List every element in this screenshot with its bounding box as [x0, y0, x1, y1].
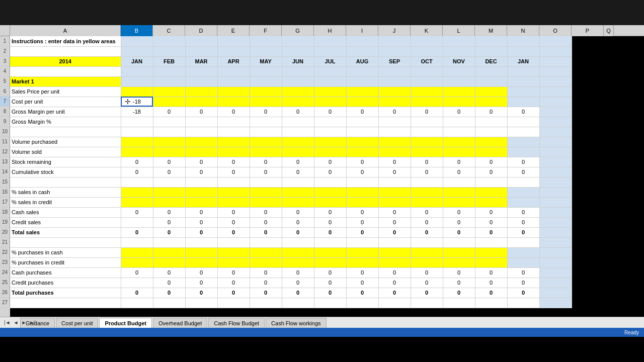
- cell-L2[interactable]: [443, 46, 475, 56]
- cell-F4[interactable]: [250, 66, 282, 76]
- cell-I2[interactable]: [346, 46, 378, 56]
- cell-H2[interactable]: [314, 46, 346, 56]
- col-header-A[interactable]: A: [10, 25, 121, 36]
- cell-G26[interactable]: 0: [282, 288, 314, 298]
- cell-H25[interactable]: 0: [314, 278, 346, 288]
- cell-C16[interactable]: [153, 187, 185, 197]
- cell-H19[interactable]: 0: [314, 217, 346, 227]
- cell-I7[interactable]: [346, 97, 378, 107]
- cell-I3[interactable]: AUG: [346, 56, 378, 66]
- cell-K1[interactable]: [411, 36, 443, 46]
- cell-B8[interactable]: -18: [121, 107, 153, 117]
- cell-C12[interactable]: [153, 147, 185, 157]
- cell-H7[interactable]: [314, 97, 346, 107]
- cell-C7[interactable]: [153, 97, 185, 107]
- cell-B1[interactable]: [121, 36, 153, 46]
- cell-N17[interactable]: [507, 197, 539, 207]
- cell-D6[interactable]: [185, 86, 217, 97]
- cell-M5[interactable]: [475, 76, 507, 86]
- cell-F24[interactable]: 0: [250, 267, 282, 278]
- cell-J16[interactable]: [378, 187, 411, 197]
- cell-M27[interactable]: [475, 298, 507, 308]
- cell-A23[interactable]: % purchases in credit: [10, 257, 121, 267]
- cell-H15[interactable]: [314, 177, 346, 187]
- cell-G15[interactable]: [282, 177, 314, 187]
- cell-E16[interactable]: [217, 187, 250, 197]
- cell-L9[interactable]: [443, 117, 475, 127]
- cell-O21[interactable]: [539, 237, 572, 247]
- cell-L22[interactable]: [443, 247, 475, 257]
- cell-I16[interactable]: [346, 187, 378, 197]
- cell-N7[interactable]: [507, 97, 539, 107]
- cell-F3[interactable]: MAY: [250, 56, 282, 66]
- cell-M15[interactable]: [475, 177, 507, 187]
- cell-J14[interactable]: 0: [378, 167, 411, 177]
- cell-K17[interactable]: [411, 197, 443, 207]
- cell-N1[interactable]: [507, 36, 539, 46]
- cell-I12[interactable]: [346, 147, 378, 157]
- cell-E2[interactable]: [217, 46, 250, 56]
- cell-I11[interactable]: [346, 137, 378, 147]
- cell-I26[interactable]: 0: [346, 288, 378, 298]
- cell-D23[interactable]: [185, 257, 217, 267]
- cell-J20[interactable]: 0: [378, 227, 411, 237]
- cell-C20[interactable]: 0: [153, 227, 185, 237]
- cell-I21[interactable]: [346, 237, 378, 247]
- cell-K15[interactable]: [411, 177, 443, 187]
- cell-M26[interactable]: 0: [475, 288, 507, 298]
- cell-E19[interactable]: 0: [217, 217, 250, 227]
- cell-D22[interactable]: [185, 247, 217, 257]
- cell-C1[interactable]: [153, 36, 185, 46]
- cell-K6[interactable]: [411, 86, 443, 97]
- cell-A4[interactable]: [10, 66, 121, 76]
- cell-K23[interactable]: [411, 257, 443, 267]
- cell-M14[interactable]: 0: [475, 167, 507, 177]
- cell-L25[interactable]: 0: [443, 278, 475, 288]
- cell-M12[interactable]: [475, 147, 507, 157]
- cell-A18[interactable]: Cash sales: [10, 207, 121, 217]
- cell-A6[interactable]: Sales Price per unit: [10, 86, 121, 97]
- cell-O12[interactable]: [539, 147, 572, 157]
- cell-M18[interactable]: 0: [475, 207, 507, 217]
- cell-I19[interactable]: 0: [346, 217, 378, 227]
- cell-F17[interactable]: [250, 197, 282, 207]
- cell-E5[interactable]: [217, 76, 250, 86]
- cell-B18[interactable]: 0: [121, 207, 153, 217]
- cell-H21[interactable]: [314, 237, 346, 247]
- cell-F15[interactable]: [250, 177, 282, 187]
- cell-L12[interactable]: [443, 147, 475, 157]
- cell-N27[interactable]: [507, 298, 539, 308]
- cell-D21[interactable]: [185, 237, 217, 247]
- cell-N4[interactable]: [507, 66, 539, 76]
- cell-J10[interactable]: [378, 127, 411, 137]
- cell-E11[interactable]: [217, 137, 250, 147]
- cell-N6[interactable]: [507, 86, 539, 97]
- cell-B7-active[interactable]: ✛ -18: [121, 97, 153, 107]
- cell-M13[interactable]: 0: [475, 157, 507, 167]
- cell-H10[interactable]: [314, 127, 346, 137]
- cell-B2[interactable]: [121, 46, 153, 56]
- col-header-P[interactable]: P: [572, 25, 604, 36]
- cell-O25[interactable]: [539, 278, 572, 288]
- col-header-G[interactable]: G: [282, 25, 314, 36]
- cell-M19[interactable]: 0: [475, 217, 507, 227]
- cell-L19[interactable]: 0: [443, 217, 475, 227]
- tab-cost-per-unit[interactable]: Cost per unit: [56, 318, 98, 328]
- cell-O20[interactable]: [539, 227, 572, 237]
- cell-F7[interactable]: [250, 97, 282, 107]
- cell-M22[interactable]: [475, 247, 507, 257]
- cell-H13[interactable]: 0: [314, 157, 346, 167]
- cell-H17[interactable]: [314, 197, 346, 207]
- cell-L10[interactable]: [443, 127, 475, 137]
- cell-N22[interactable]: [507, 247, 539, 257]
- cell-D20[interactable]: 0: [185, 227, 217, 237]
- cell-K11[interactable]: [411, 137, 443, 147]
- cell-J18[interactable]: 0: [378, 207, 411, 217]
- cell-M7[interactable]: [475, 97, 507, 107]
- cell-G6[interactable]: [282, 86, 314, 97]
- cell-N18[interactable]: 0: [507, 207, 539, 217]
- cell-L24[interactable]: 0: [443, 267, 475, 278]
- cell-D24[interactable]: 0: [185, 267, 217, 278]
- cell-B4[interactable]: [121, 66, 153, 76]
- cell-F5[interactable]: [250, 76, 282, 86]
